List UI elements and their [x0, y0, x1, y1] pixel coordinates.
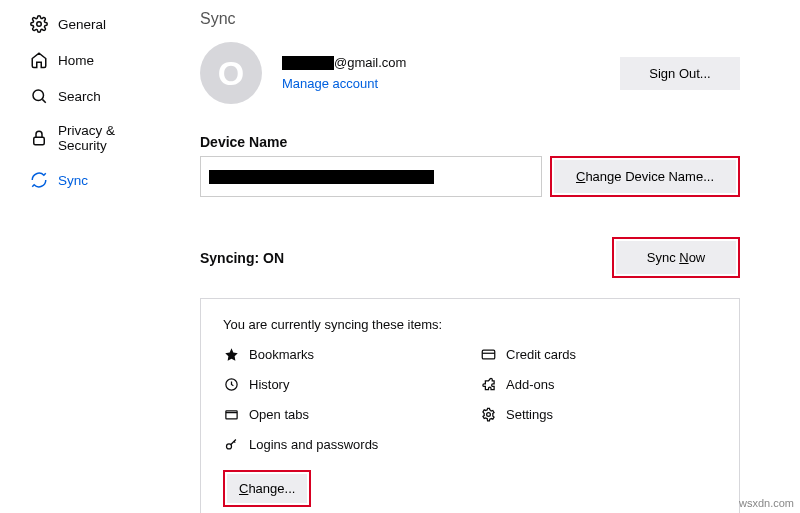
- sidebar-item-label: Search: [58, 89, 101, 104]
- svg-point-1: [33, 90, 44, 101]
- sidebar-item-label: Privacy & Security: [58, 123, 162, 153]
- sync-now-button[interactable]: Sync Now: [616, 241, 736, 274]
- account-email: @gmail.com: [282, 55, 600, 70]
- sync-items-panel: You are currently syncing these items: B…: [200, 298, 740, 513]
- sync-item-bookmarks: Bookmarks: [223, 346, 460, 362]
- device-row: Change Device Name...: [200, 156, 740, 197]
- sync-item-addons: Add-ons: [480, 376, 717, 392]
- settings-sidebar: General Home Search Privacy & Security S…: [0, 0, 180, 513]
- sidebar-item-privacy[interactable]: Privacy & Security: [0, 114, 180, 162]
- sidebar-item-label: Sync: [58, 173, 88, 188]
- svg-rect-3: [34, 137, 45, 145]
- sync-icon: [30, 171, 48, 189]
- sidebar-item-label: General: [58, 17, 106, 32]
- sync-item-open-tabs: Open tabs: [223, 406, 460, 422]
- avatar: O: [200, 42, 262, 104]
- manage-account-link[interactable]: Manage account: [282, 76, 600, 91]
- email-suffix: @gmail.com: [334, 55, 406, 70]
- sync-item-credit-cards: Credit cards: [480, 346, 717, 362]
- redacted-device-name: [209, 170, 434, 184]
- svg-point-9: [226, 443, 231, 448]
- sidebar-item-search[interactable]: Search: [0, 78, 180, 114]
- sync-item-label: History: [249, 377, 289, 392]
- highlight-sync-now: Sync Now: [612, 237, 740, 278]
- device-name-label: Device Name: [200, 134, 740, 150]
- sign-out-button[interactable]: Sign Out...: [620, 57, 740, 90]
- svg-point-0: [37, 22, 42, 27]
- syncing-row: Syncing: ON Sync Now: [200, 237, 740, 278]
- sync-item-label: Open tabs: [249, 407, 309, 422]
- svg-rect-7: [225, 410, 236, 418]
- svg-point-8: [486, 412, 490, 416]
- highlight-change: Change...: [223, 470, 311, 507]
- sync-item-history: History: [223, 376, 460, 392]
- tabs-icon: [223, 406, 239, 422]
- sync-item-label: Settings: [506, 407, 553, 422]
- sidebar-item-sync[interactable]: Sync: [0, 162, 180, 198]
- sync-item-label: Add-ons: [506, 377, 554, 392]
- account-row: O @gmail.com Manage account Sign Out...: [200, 42, 740, 104]
- sync-intro-text: You are currently syncing these items:: [223, 317, 717, 332]
- sync-item-label: Logins and passwords: [249, 437, 378, 452]
- clock-icon: [223, 376, 239, 392]
- change-device-name-button[interactable]: Change Device Name...: [554, 160, 736, 193]
- gear-icon: [30, 15, 48, 33]
- account-info: @gmail.com Manage account: [282, 55, 600, 91]
- syncing-status: Syncing: ON: [200, 250, 284, 266]
- star-icon: [223, 346, 239, 362]
- svg-rect-4: [482, 350, 495, 359]
- change-sync-items-button[interactable]: Change...: [227, 474, 307, 503]
- sync-item-label: Bookmarks: [249, 347, 314, 362]
- highlight-change-device: Change Device Name...: [550, 156, 740, 197]
- device-name-field: [200, 156, 542, 197]
- redacted-email-user: [282, 56, 334, 70]
- watermark: wsxdn.com: [739, 497, 794, 509]
- sync-items-grid: Bookmarks Credit cards History Add-ons: [223, 346, 717, 452]
- gear-icon: [480, 406, 496, 422]
- home-icon: [30, 51, 48, 69]
- sidebar-item-label: Home: [58, 53, 94, 68]
- device-section: Device Name Change Device Name...: [200, 134, 740, 197]
- sync-item-label: Credit cards: [506, 347, 576, 362]
- lock-icon: [30, 129, 48, 147]
- puzzle-icon: [480, 376, 496, 392]
- settings-content: Sync O @gmail.com Manage account Sign Ou…: [180, 0, 800, 513]
- key-icon: [223, 436, 239, 452]
- sidebar-item-general[interactable]: General: [0, 6, 180, 42]
- search-icon: [30, 87, 48, 105]
- sidebar-item-home[interactable]: Home: [0, 42, 180, 78]
- sync-item-logins: Logins and passwords: [223, 436, 460, 452]
- sync-item-settings: Settings: [480, 406, 717, 422]
- svg-line-2: [42, 99, 45, 102]
- page-title: Sync: [200, 10, 740, 28]
- credit-card-icon: [480, 346, 496, 362]
